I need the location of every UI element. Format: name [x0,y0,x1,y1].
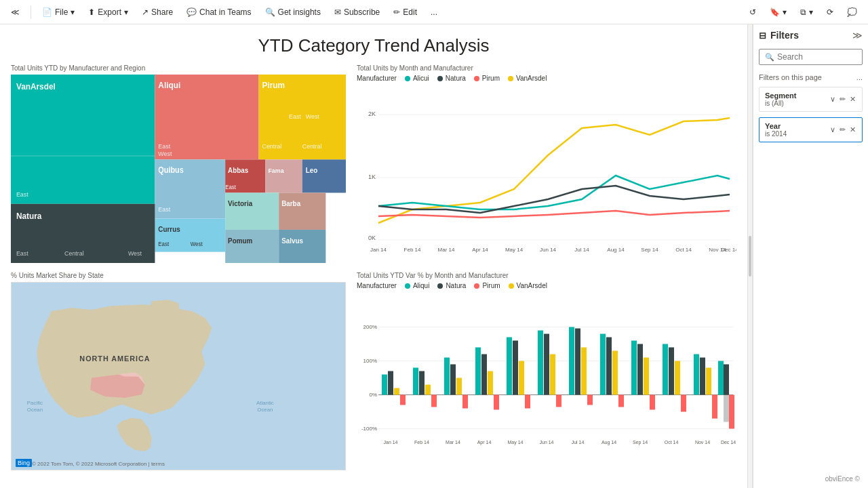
bar-chart-svg: 200% 100% 0% -100% [357,292,736,481]
bar-legend-label-vanarsdel: VanArsdel [517,282,547,289]
subscribe-button[interactable]: ✉ Subscribe [329,5,385,20]
map-svg: NORTH AMERICA Pacific Ocean Atlantic Oce… [12,283,345,470]
svg-rect-107 [712,395,717,419]
window-arrow: ▾ [809,7,813,17]
treemap-chart[interactable]: VanArsdel East Central West Central West… [11,75,346,263]
refresh-icon: ↺ [749,7,756,17]
svg-rect-75 [462,395,468,409]
svg-text:Abbas: Abbas [228,167,248,175]
bar-legend-natura[interactable]: Natura [437,282,466,289]
svg-text:Natura: Natura [16,211,43,221]
bar-legend-dot-natura [437,283,443,289]
svg-text:200%: 200% [363,324,377,330]
svg-text:Ocean: Ocean [27,407,43,413]
filters-expand-button[interactable]: ≫ [852,30,863,41]
filter-card-year[interactable]: Year is 2014 ∨ ✏ ✕ [759,117,863,142]
chat-teams-button[interactable]: 💬 Chat in Teams [181,5,256,20]
line-chart-container: Total Units by Month and Manufacturer Ma… [351,62,742,269]
svg-text:Jul 14: Jul 14 [572,440,585,445]
filter-segment-expand-button[interactable]: ∨ [829,94,836,104]
svg-text:Atlantic: Atlantic [256,400,274,406]
svg-rect-110 [724,395,729,422]
svg-text:East: East [158,143,170,150]
filter-year-expand-button[interactable]: ∨ [829,125,836,135]
export-label: Export [98,7,121,17]
share-button[interactable]: ↗ Share [136,5,178,20]
file-arrow-icon: ▾ [71,7,75,17]
filter-search-box[interactable]: 🔍 [759,49,863,65]
treemap-cell-vanarsdel[interactable] [11,75,155,204]
filter-year-clear-button[interactable]: ✕ [849,125,856,135]
filter-segment-actions: ∨ ✏ ✕ [829,94,856,104]
treemap-cell-salvus[interactable] [279,230,326,263]
legend-natura[interactable]: Natura [437,75,466,82]
svg-rect-104 [694,354,699,395]
filter-card-segment[interactable]: Segment is (All) ∨ ✏ ✕ [759,87,863,112]
filter-search-input[interactable] [777,52,856,62]
filters-title: ⊟ Filters [759,30,799,41]
treemap-cell-pomum[interactable] [225,230,279,263]
svg-text:May 14: May 14 [505,247,524,253]
svg-rect-82 [519,361,524,395]
nav-back-button[interactable]: ≪ [5,5,25,20]
reset-button[interactable]: ⟳ [821,5,839,20]
bar-legend-aliqui[interactable]: Aliqui [405,282,429,289]
svg-rect-92 [600,334,606,395]
svg-text:Dec 14: Dec 14 [721,440,736,445]
legend-alicui[interactable]: Alicui [405,75,429,82]
svg-rect-69 [419,371,425,395]
page-title: YTD Category Trend Analysis [0,35,747,56]
insights-label: Get insights [278,7,321,17]
subscribe-label: Subscribe [344,7,380,17]
svg-text:2K: 2K [368,110,376,117]
svg-text:Pirum: Pirum [262,80,285,90]
svg-rect-78 [488,371,493,395]
subscribe-icon: ✉ [334,7,341,17]
filter-segment-edit-button[interactable]: ✏ [839,94,846,104]
edit-button[interactable]: ✏ Edit [388,5,422,20]
svg-text:East: East [158,205,170,212]
treemap-cell-fama[interactable] [265,159,302,192]
svg-rect-71 [431,395,437,407]
legend-pirum[interactable]: Pirum [474,75,500,82]
svg-text:Oct 14: Oct 14 [675,247,692,253]
get-insights-button[interactable]: 🔍 Get insights [260,5,326,20]
comment-button[interactable]: 💭 [842,5,863,20]
refresh-button[interactable]: ↺ [744,5,762,20]
toolbar: ≪ 📄 File ▾ ⬆ Export ▾ ↗ Share 💬 Chat in … [0,0,868,24]
line-chart-label: Total Units by Month and Manufacturer [357,64,736,72]
scroll-handle[interactable] [749,236,751,277]
svg-text:-100%: -100% [361,426,377,432]
filter-year-edit-button[interactable]: ✏ [839,125,846,135]
legend-vanarsdel[interactable]: VanArsdel [508,75,547,82]
window-button[interactable]: ⧉▾ [795,5,818,20]
svg-rect-88 [569,327,574,395]
bar-legend-dot-aliqui [405,283,410,289]
export-button[interactable]: ⬆ Export ▾ [83,5,134,20]
map-chart[interactable]: NORTH AMERICA Pacific Ocean Atlantic Oce… [11,282,346,470]
svg-rect-72 [444,358,450,395]
bar-legend-vanarsdel[interactable]: VanArsdel [509,282,547,289]
legend-label-vanarsdel: VanArsdel [516,75,547,82]
svg-text:Currus: Currus [158,226,180,234]
treemap-cell-barba[interactable] [279,192,326,230]
line-alicui [378,176,730,209]
treemap-cell-leo[interactable] [302,159,346,192]
filter-card-year-info: Year is 2014 [765,122,787,138]
line-chart-legend: Manufacturer Alicui Natura Pirum [357,75,736,82]
toolbar-separator-1 [31,5,31,19]
file-button[interactable]: 📄 File ▾ [37,5,80,20]
file-icon: 📄 [42,7,52,17]
bookmark-button[interactable]: 🔖▾ [764,5,792,20]
svg-text:West: West [128,250,142,257]
filter-icon: ⊟ [759,30,766,41]
bar-legend-pirum[interactable]: Pirum [474,282,500,289]
legend-dot-alicui [405,76,410,81]
svg-rect-108 [718,361,724,395]
treemap-cell-victoria[interactable] [225,192,279,230]
filter-segment-clear-button[interactable]: ✕ [849,94,856,104]
svg-rect-91 [587,395,593,405]
comment-icon: 💭 [847,7,857,17]
more-button[interactable]: ... [425,5,443,20]
filters-on-page-more[interactable]: ... [856,73,863,81]
